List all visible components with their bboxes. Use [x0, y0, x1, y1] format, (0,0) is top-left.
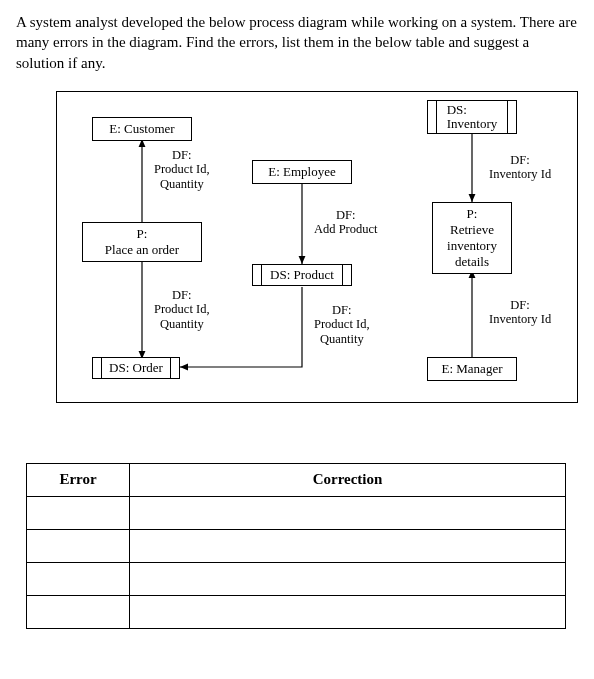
process-place-order: P: Place an order — [82, 222, 202, 262]
table-row — [27, 562, 566, 595]
question-prompt: A system analyst developed the below pro… — [16, 12, 578, 73]
process-diagram: E: Customer DS: Inventory DF: Product Id… — [56, 91, 578, 403]
datastore-product-label: DS: Product — [262, 265, 342, 285]
table-header-error: Error — [27, 463, 130, 496]
datastore-product: DS: Product — [252, 264, 352, 286]
table-row — [27, 529, 566, 562]
table-row — [27, 595, 566, 628]
entity-manager: E: Manager — [427, 357, 517, 381]
datastore-inventory-label: DS: Inventory — [437, 101, 507, 133]
entity-employee: E: Employee — [252, 160, 352, 184]
datastore-order: DS: Order — [92, 357, 180, 379]
df-add-product: DF: Add Product — [312, 207, 380, 238]
df-prodqty-bottom: DF: Product Id, Quantity — [152, 287, 212, 332]
error-correction-table: Error Correction — [26, 463, 566, 629]
df-prodqty-mid: DF: Product Id, Quantity — [312, 302, 372, 347]
df-inventoryid-bottom: DF: Inventory Id — [487, 297, 553, 328]
table-header-correction: Correction — [130, 463, 566, 496]
entity-customer: E: Customer — [92, 117, 192, 141]
table-row — [27, 496, 566, 529]
datastore-inventory: DS: Inventory — [427, 100, 517, 134]
df-inventoryid-top: DF: Inventory Id — [487, 152, 553, 183]
df-prodqty-top: DF: Product Id, Quantity — [152, 147, 212, 192]
datastore-order-label: DS: Order — [102, 358, 170, 378]
process-retrieve-inventory: P: Retrieve inventory details — [432, 202, 512, 274]
